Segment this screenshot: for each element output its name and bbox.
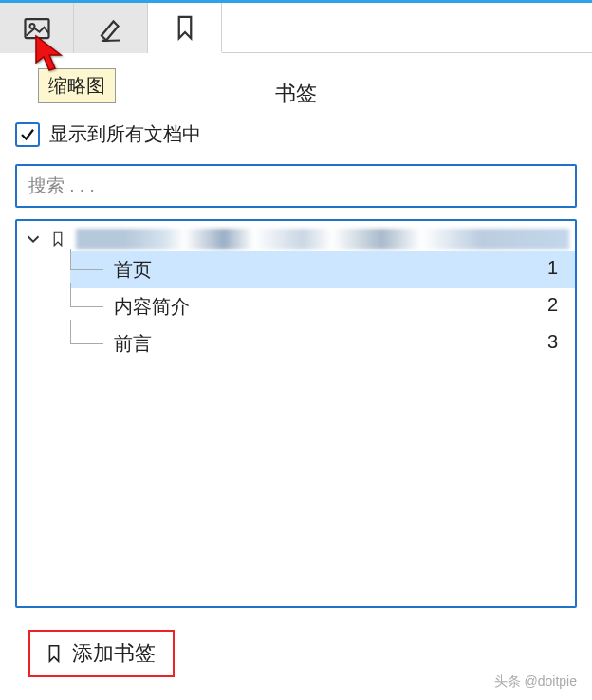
show-all-docs-checkbox[interactable] <box>15 122 40 147</box>
bookmark-tree[interactable]: 首页1内容简介2前言3 <box>15 219 577 608</box>
tab-annotations[interactable] <box>74 3 148 53</box>
tree-root[interactable] <box>17 229 575 249</box>
tree-item[interactable]: 首页1 <box>70 251 575 288</box>
svg-point-1 <box>29 24 34 28</box>
panel-tabs <box>0 0 592 53</box>
tree-item-label: 内容简介 <box>114 294 190 320</box>
show-all-docs-row[interactable]: 显示到所有文档中 <box>0 118 592 158</box>
show-all-docs-label: 显示到所有文档中 <box>49 121 201 147</box>
pencil-icon <box>97 14 125 43</box>
tree-item-page: 3 <box>547 331 564 357</box>
tree-item-page: 2 <box>547 294 564 320</box>
bookmark-outline-icon <box>44 641 65 666</box>
tree-children: 首页1内容简介2前言3 <box>70 251 575 362</box>
watermark: 头条 @doitpie <box>494 673 577 691</box>
add-bookmark-label: 添加书签 <box>72 639 156 668</box>
tree-item[interactable]: 内容简介2 <box>70 288 575 325</box>
tab-bookmarks[interactable] <box>148 3 222 53</box>
add-bookmark-button[interactable]: 添加书签 <box>28 630 175 677</box>
check-icon <box>19 126 36 143</box>
chevron-down-icon[interactable] <box>23 229 44 249</box>
cursor-arrow-icon <box>34 34 66 81</box>
tree-item[interactable]: 前言3 <box>70 325 575 362</box>
tree-item-label: 首页 <box>114 257 152 283</box>
search-input[interactable]: 搜索 . . . <box>15 164 577 208</box>
tree-item-page: 1 <box>547 257 564 283</box>
tree-item-label: 前言 <box>114 331 152 357</box>
bookmark-icon <box>171 13 199 42</box>
tree-root-label-redacted <box>76 229 569 249</box>
tabs-spacer <box>222 3 592 53</box>
bookmark-outline-icon <box>49 229 66 249</box>
